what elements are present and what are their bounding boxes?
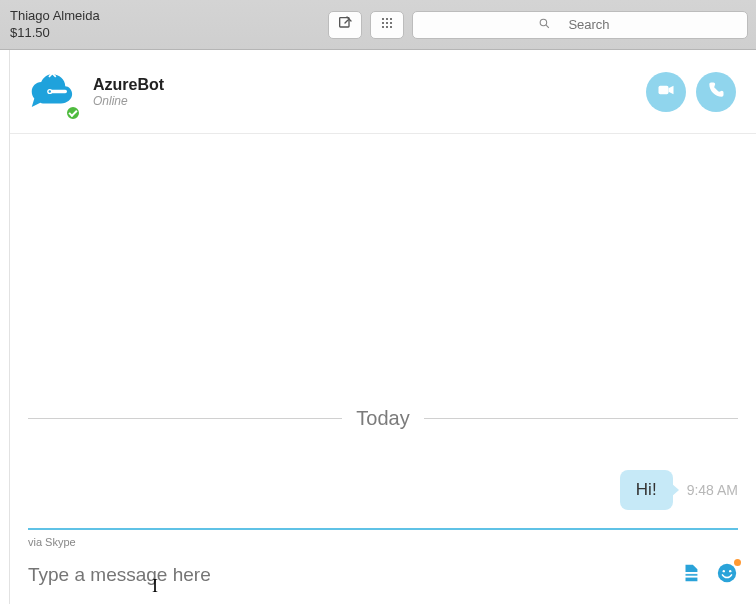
- phone-icon: [706, 80, 726, 104]
- svg-point-7: [382, 25, 384, 27]
- contact-status: Online: [93, 94, 164, 108]
- main-panel: AzureBot Online T: [10, 50, 756, 604]
- svg-point-18: [729, 570, 731, 572]
- message-row: Hi! 9:48 AM: [28, 470, 738, 510]
- composer: I: [28, 562, 738, 604]
- contact-name: AzureBot: [93, 76, 164, 94]
- message-input[interactable]: [28, 564, 680, 586]
- svg-point-9: [390, 25, 392, 27]
- svg-point-14: [51, 70, 54, 73]
- file-icon: [680, 570, 702, 587]
- send-file-button[interactable]: [680, 562, 702, 588]
- message-time: 9:48 AM: [687, 482, 738, 498]
- date-separator: Today: [28, 407, 738, 430]
- contact-info: AzureBot Online: [93, 76, 164, 108]
- message-text: Hi!: [636, 480, 657, 499]
- date-label: Today: [342, 407, 423, 430]
- emoji-button[interactable]: [716, 562, 738, 588]
- chat-scroll[interactable]: Today Hi! 9:48 AM: [28, 134, 738, 528]
- sidebar-sliver: [0, 50, 10, 604]
- call-buttons: [646, 72, 736, 112]
- audio-call-button[interactable]: [696, 72, 736, 112]
- svg-point-3: [390, 17, 392, 19]
- search-input[interactable]: [412, 11, 748, 39]
- contact-header: AzureBot Online: [10, 50, 756, 134]
- svg-point-6: [390, 21, 392, 23]
- svg-point-8: [386, 25, 388, 27]
- svg-point-17: [723, 570, 725, 572]
- svg-point-4: [382, 21, 384, 23]
- svg-point-1: [382, 17, 384, 19]
- notification-dot: [734, 559, 741, 566]
- compose-button[interactable]: [328, 11, 362, 39]
- svg-point-5: [386, 21, 388, 23]
- credit-balance: $11.50: [10, 25, 328, 42]
- svg-point-16: [718, 564, 736, 582]
- top-actions: [328, 11, 748, 39]
- dialpad-icon: [379, 15, 395, 35]
- svg-rect-0: [340, 17, 349, 26]
- top-bar: Thiago Almeida $11.50: [0, 0, 756, 50]
- svg-point-2: [386, 17, 388, 19]
- svg-rect-15: [659, 85, 669, 93]
- svg-point-13: [49, 90, 51, 92]
- contact-avatar[interactable]: [24, 64, 79, 119]
- message-bubble[interactable]: Hi!: [620, 470, 673, 510]
- current-user-name: Thiago Almeida: [10, 8, 328, 25]
- search-wrap: [412, 11, 748, 39]
- emoji-icon: [716, 570, 738, 587]
- chat-body: Today Hi! 9:48 AM via Skype: [10, 134, 756, 604]
- current-user-block[interactable]: Thiago Almeida $11.50: [8, 8, 328, 42]
- via-label: via Skype: [28, 536, 738, 548]
- dialpad-button[interactable]: [370, 11, 404, 39]
- video-icon: [656, 80, 676, 104]
- presence-indicator: [65, 105, 81, 121]
- video-call-button[interactable]: [646, 72, 686, 112]
- compose-icon: [337, 15, 353, 35]
- composer-wrap: via Skype: [28, 528, 738, 604]
